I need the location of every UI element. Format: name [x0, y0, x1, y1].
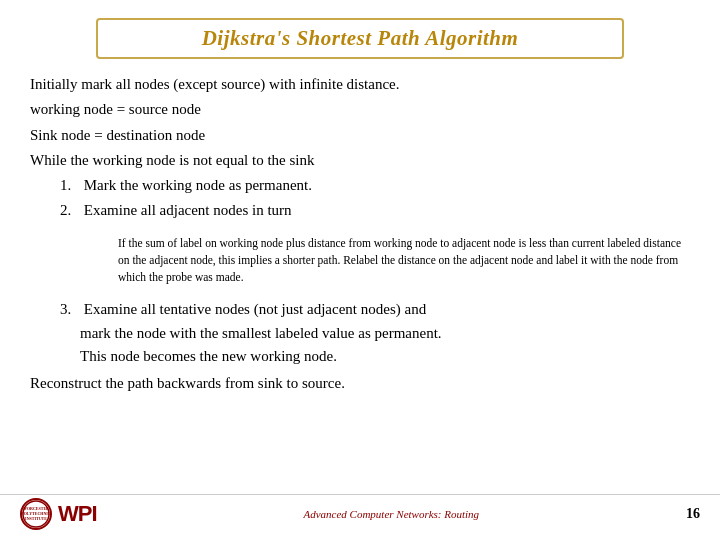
wpi-wordmark: WPI: [58, 501, 97, 527]
list-item-3: 3. Examine all tentative nodes (not just…: [60, 298, 690, 368]
wpi-seal: WORCESTER POLYTECHNIC INSTITUTE: [20, 498, 52, 530]
slide-title: Dijkstra's Shortest Path Algorithm: [202, 26, 519, 50]
footer-page-number: 16: [686, 506, 700, 522]
line2: working node = source node: [30, 98, 690, 121]
main-list: 1. Mark the working node as permanent. 2…: [60, 174, 690, 368]
footer: WORCESTER POLYTECHNIC INSTITUTE WPI Adva…: [0, 494, 720, 532]
content-area: Initially mark all nodes (except source)…: [30, 73, 690, 490]
slide-container: Dijkstra's Shortest Path Algorithm Initi…: [0, 0, 720, 540]
list-item-2: 2. Examine all adjacent nodes in turn If…: [60, 199, 690, 292]
svg-text:INSTITUTE: INSTITUTE: [25, 516, 47, 521]
sub-paragraph: If the sum of label on working node plus…: [110, 229, 690, 293]
line1: Initially mark all nodes (except source)…: [30, 73, 690, 96]
line4: While the working node is not equal to t…: [30, 149, 690, 172]
line3: Sink node = destination node: [30, 124, 690, 147]
logo-area: WORCESTER POLYTECHNIC INSTITUTE WPI: [20, 498, 97, 530]
footer-course: Advanced Computer Networks: Routing: [97, 508, 686, 520]
last-line: Reconstruct the path backwards from sink…: [30, 372, 690, 395]
subtext: If the sum of label on working node plus…: [118, 235, 682, 287]
title-box: Dijkstra's Shortest Path Algorithm: [96, 18, 624, 59]
list-item-1: 1. Mark the working node as permanent.: [60, 174, 690, 197]
